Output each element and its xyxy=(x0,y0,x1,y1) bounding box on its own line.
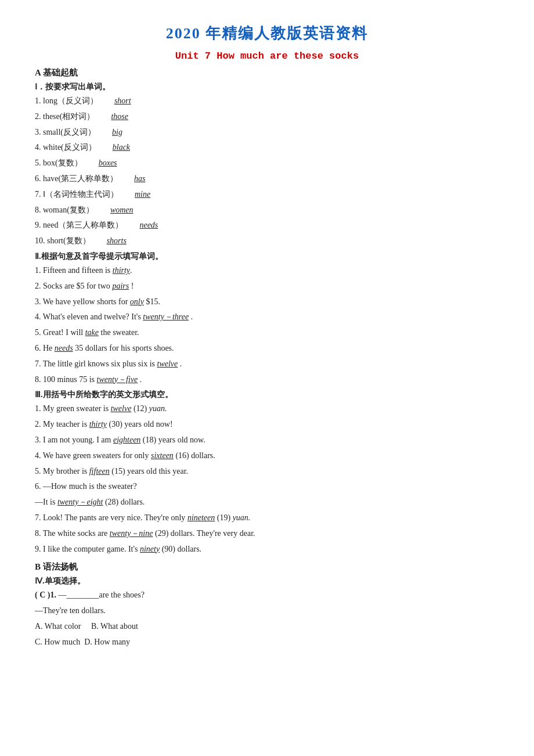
part3-item: 6. —How much is the sweater? xyxy=(35,480,499,494)
part1-item: 6. have(第三人称单数） has xyxy=(35,172,499,186)
part3-item: —It is twenty－eight (28) dollars. xyxy=(35,495,499,509)
part3-item: 9. I like the computer game. It's ninety… xyxy=(35,542,499,556)
part4-item: ( C )1. —________are the shoes? xyxy=(35,588,499,602)
section-a-label: A 基础起航 xyxy=(35,67,499,78)
part1-item: 1. long（反义词） short xyxy=(35,94,499,108)
part2-item: 2. Socks are $5 for two pairs ! xyxy=(35,279,499,293)
part1-item: 4. white(反义词） black xyxy=(35,141,499,154)
part2-item: 3. We have yellow shorts for only $15. xyxy=(35,295,499,309)
main-title: 2020 年精编人教版英语资料 xyxy=(35,23,499,44)
part2-item: 1. Fifteen and fifteen is thirty. xyxy=(35,264,499,278)
part1-item: 3. small(反义词） big xyxy=(35,125,499,139)
part2-items: 1. Fifteen and fifteen is thirty.2. Sock… xyxy=(35,264,499,386)
part1-item: 9. need（第三人称单数） needs xyxy=(35,218,499,232)
part3-item: 8. The white socks are twenty－nine (29) … xyxy=(35,527,499,541)
part3-roman: Ⅲ.用括号中所给数字的英文形式填空。 xyxy=(35,390,499,400)
part3-item: 2. My teacher is thirty (30) years old n… xyxy=(35,417,499,431)
part3-item: 5. My brother is fifteen (15) years old … xyxy=(35,465,499,478)
part1-items: 1. long（反义词） short2. these(相对词） those3. … xyxy=(35,94,499,248)
part2-item: 6. He needs 35 dollars for his sports sh… xyxy=(35,341,499,355)
part2-item: 5. Great! I will take the sweater. xyxy=(35,326,499,340)
part1-item: 5. box(复数） boxes xyxy=(35,156,499,170)
sub-title: Unit 7 How much are these socks xyxy=(35,51,499,62)
part2-item: 7. The little girl knows six plus six is… xyxy=(35,357,499,371)
part3-item: 1. My green sweater is twelve (12) yuan. xyxy=(35,402,499,416)
part3-item: 4. We have green sweaters for only sixte… xyxy=(35,449,499,463)
part3-item: 3. I am not young. I am eighteen (18) ye… xyxy=(35,433,499,447)
part4-items: ( C )1. —________are the shoes?—They're … xyxy=(35,588,499,649)
part4-options-line1: A. What color B. What about xyxy=(35,620,499,633)
part2-item: 4. What's eleven and twelve? It's twenty… xyxy=(35,310,499,324)
part1-item: 7. Ⅰ（名词性物主代词） mine xyxy=(35,188,499,201)
part3-item: 7. Look! The pants are very nice. They'r… xyxy=(35,511,499,525)
section-b-label: B 语法扬帆 xyxy=(35,561,499,573)
part1-roman: Ⅰ．按要求写出单词。 xyxy=(35,82,499,92)
part4-options-line2: C. How much D. How many xyxy=(35,635,499,649)
part1-item: 8. woman(复数） women xyxy=(35,203,499,217)
part4-roman: Ⅳ.单项选择。 xyxy=(35,576,499,586)
part1-item: 10. short(复数） shorts xyxy=(35,234,499,248)
part3-items: 1. My green sweater is twelve (12) yuan.… xyxy=(35,402,499,556)
part2-item: 8. 100 minus 75 is twenty－five . xyxy=(35,373,499,387)
part4-response: —They're ten dollars. xyxy=(35,604,499,618)
part2-roman: Ⅱ.根据句意及首字母提示填写单词。 xyxy=(35,251,499,262)
part1-item: 2. these(相对词） those xyxy=(35,110,499,124)
